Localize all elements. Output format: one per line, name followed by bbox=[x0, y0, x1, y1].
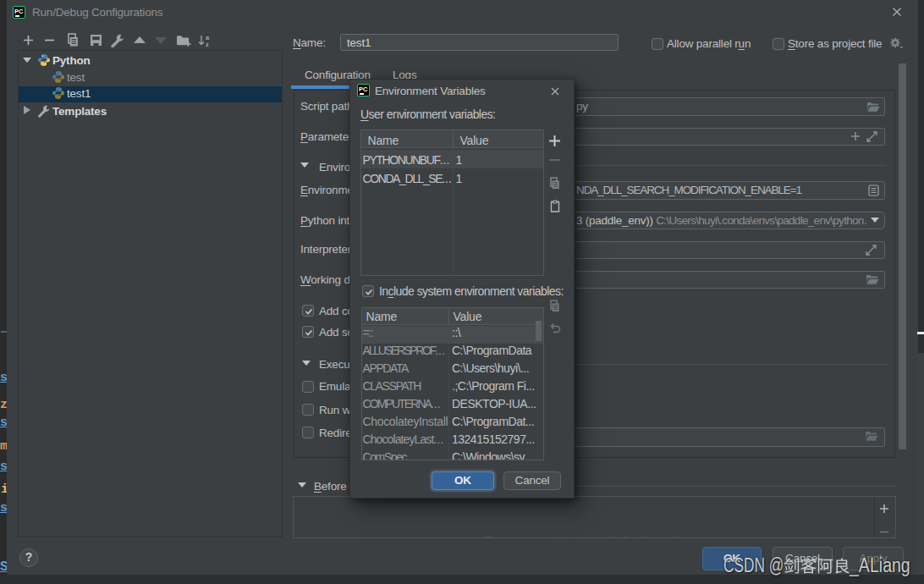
svg-text:z: z bbox=[206, 41, 209, 48]
